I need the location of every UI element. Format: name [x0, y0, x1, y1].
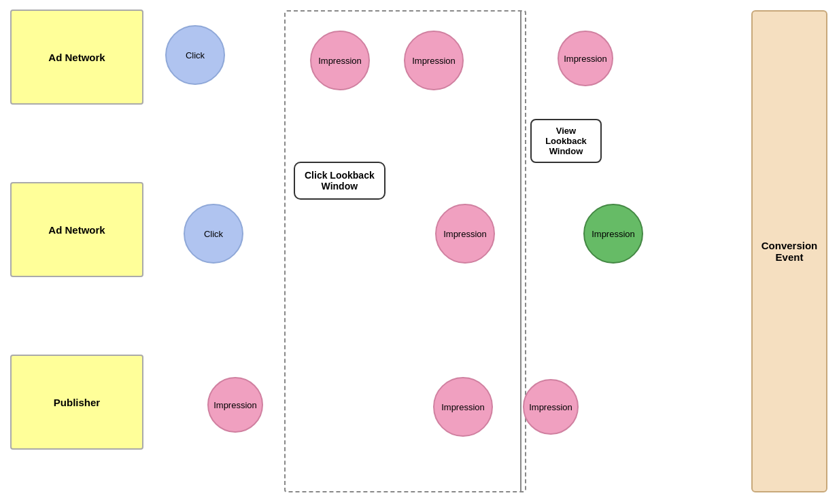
view-lookback-line [520, 10, 521, 492]
impression-1: Impression [310, 31, 370, 90]
impression-8: Impression [523, 379, 579, 435]
conversion-event-label: ConversionEvent [761, 240, 818, 263]
impression-5-green: Impression [583, 204, 643, 264]
impression-6: Impression [207, 377, 263, 433]
conversion-event-panel: ConversionEvent [751, 10, 827, 492]
impression-2: Impression [404, 31, 464, 90]
publisher-box: Publisher [10, 355, 143, 450]
click-circle-1: Click [165, 25, 225, 85]
click-circle-2: Click [184, 204, 243, 264]
ad-network-2-box: Ad Network [10, 182, 143, 277]
impression-7: Impression [433, 377, 493, 437]
ad-network-1-label: Ad Network [48, 52, 105, 63]
publisher-label: Publisher [54, 397, 100, 408]
impression-4: Impression [435, 204, 495, 264]
view-lookback-label: ViewLookbackWindow [530, 119, 602, 163]
impression-3: Impression [558, 31, 613, 86]
click-lookback-label: Click LookbackWindow [294, 162, 386, 200]
ad-network-2-label: Ad Network [48, 224, 105, 236]
diagram: Ad Network Ad Network Publisher Click Lo… [0, 0, 839, 504]
ad-network-1-box: Ad Network [10, 10, 143, 105]
